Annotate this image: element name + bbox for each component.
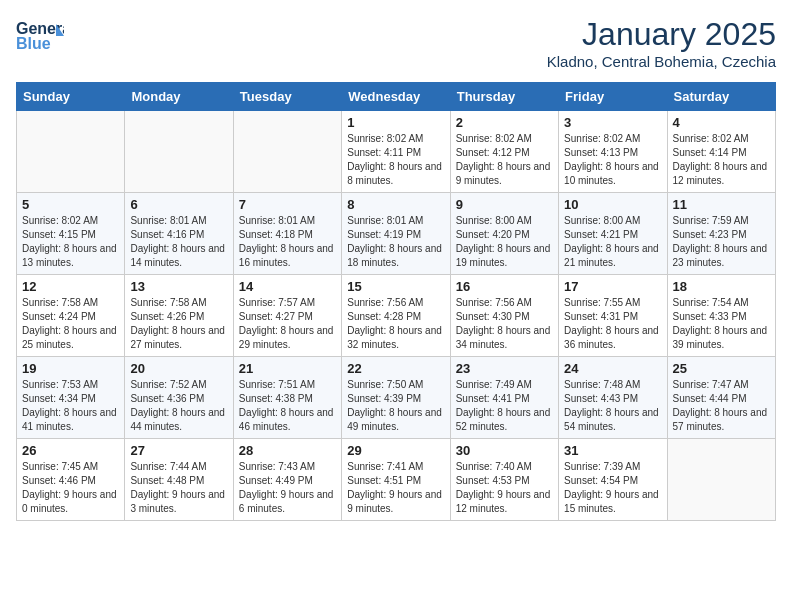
day-info: Sunrise: 8:02 AM Sunset: 4:12 PM Dayligh… (456, 132, 553, 188)
day-info: Sunrise: 8:02 AM Sunset: 4:13 PM Dayligh… (564, 132, 661, 188)
calendar-day: 1Sunrise: 8:02 AM Sunset: 4:11 PM Daylig… (342, 111, 450, 193)
day-info: Sunrise: 7:47 AM Sunset: 4:44 PM Dayligh… (673, 378, 770, 434)
day-number: 3 (564, 115, 661, 130)
svg-text:Blue: Blue (16, 35, 51, 52)
calendar-day: 30Sunrise: 7:40 AM Sunset: 4:53 PM Dayli… (450, 439, 558, 521)
day-info: Sunrise: 7:59 AM Sunset: 4:23 PM Dayligh… (673, 214, 770, 270)
logo: General Blue (16, 16, 64, 58)
calendar-week-3: 12Sunrise: 7:58 AM Sunset: 4:24 PM Dayli… (17, 275, 776, 357)
day-info: Sunrise: 7:56 AM Sunset: 4:30 PM Dayligh… (456, 296, 553, 352)
day-number: 15 (347, 279, 444, 294)
calendar-header-row: SundayMondayTuesdayWednesdayThursdayFrid… (17, 83, 776, 111)
calendar-day: 16Sunrise: 7:56 AM Sunset: 4:30 PM Dayli… (450, 275, 558, 357)
calendar-day: 20Sunrise: 7:52 AM Sunset: 4:36 PM Dayli… (125, 357, 233, 439)
day-number: 14 (239, 279, 336, 294)
day-number: 22 (347, 361, 444, 376)
day-info: Sunrise: 7:58 AM Sunset: 4:26 PM Dayligh… (130, 296, 227, 352)
day-info: Sunrise: 8:02 AM Sunset: 4:15 PM Dayligh… (22, 214, 119, 270)
day-number: 30 (456, 443, 553, 458)
calendar-day: 17Sunrise: 7:55 AM Sunset: 4:31 PM Dayli… (559, 275, 667, 357)
day-info: Sunrise: 7:55 AM Sunset: 4:31 PM Dayligh… (564, 296, 661, 352)
calendar-day: 13Sunrise: 7:58 AM Sunset: 4:26 PM Dayli… (125, 275, 233, 357)
calendar-day: 24Sunrise: 7:48 AM Sunset: 4:43 PM Dayli… (559, 357, 667, 439)
day-number: 13 (130, 279, 227, 294)
calendar-day: 31Sunrise: 7:39 AM Sunset: 4:54 PM Dayli… (559, 439, 667, 521)
calendar-day: 2Sunrise: 8:02 AM Sunset: 4:12 PM Daylig… (450, 111, 558, 193)
day-number: 5 (22, 197, 119, 212)
day-info: Sunrise: 7:43 AM Sunset: 4:49 PM Dayligh… (239, 460, 336, 516)
day-number: 18 (673, 279, 770, 294)
calendar-day: 11Sunrise: 7:59 AM Sunset: 4:23 PM Dayli… (667, 193, 775, 275)
calendar-day: 28Sunrise: 7:43 AM Sunset: 4:49 PM Dayli… (233, 439, 341, 521)
day-number: 23 (456, 361, 553, 376)
day-header-monday: Monday (125, 83, 233, 111)
calendar-day: 22Sunrise: 7:50 AM Sunset: 4:39 PM Dayli… (342, 357, 450, 439)
calendar-day: 9Sunrise: 8:00 AM Sunset: 4:20 PM Daylig… (450, 193, 558, 275)
calendar-week-2: 5Sunrise: 8:02 AM Sunset: 4:15 PM Daylig… (17, 193, 776, 275)
day-number: 26 (22, 443, 119, 458)
calendar-day: 15Sunrise: 7:56 AM Sunset: 4:28 PM Dayli… (342, 275, 450, 357)
day-info: Sunrise: 8:00 AM Sunset: 4:21 PM Dayligh… (564, 214, 661, 270)
calendar-day: 14Sunrise: 7:57 AM Sunset: 4:27 PM Dayli… (233, 275, 341, 357)
title-block: January 2025 Kladno, Central Bohemia, Cz… (547, 16, 776, 70)
calendar-day: 29Sunrise: 7:41 AM Sunset: 4:51 PM Dayli… (342, 439, 450, 521)
calendar-day: 4Sunrise: 8:02 AM Sunset: 4:14 PM Daylig… (667, 111, 775, 193)
calendar-week-4: 19Sunrise: 7:53 AM Sunset: 4:34 PM Dayli… (17, 357, 776, 439)
calendar-day: 18Sunrise: 7:54 AM Sunset: 4:33 PM Dayli… (667, 275, 775, 357)
day-info: Sunrise: 7:41 AM Sunset: 4:51 PM Dayligh… (347, 460, 444, 516)
page-header: General Blue January 2025 Kladno, Centra… (16, 16, 776, 70)
calendar-day: 19Sunrise: 7:53 AM Sunset: 4:34 PM Dayli… (17, 357, 125, 439)
day-number: 29 (347, 443, 444, 458)
day-number: 28 (239, 443, 336, 458)
calendar-day: 5Sunrise: 8:02 AM Sunset: 4:15 PM Daylig… (17, 193, 125, 275)
day-number: 2 (456, 115, 553, 130)
day-number: 7 (239, 197, 336, 212)
calendar-day: 25Sunrise: 7:47 AM Sunset: 4:44 PM Dayli… (667, 357, 775, 439)
day-header-friday: Friday (559, 83, 667, 111)
calendar-week-5: 26Sunrise: 7:45 AM Sunset: 4:46 PM Dayli… (17, 439, 776, 521)
day-number: 24 (564, 361, 661, 376)
calendar-week-1: 1Sunrise: 8:02 AM Sunset: 4:11 PM Daylig… (17, 111, 776, 193)
day-number: 20 (130, 361, 227, 376)
day-number: 11 (673, 197, 770, 212)
day-info: Sunrise: 7:56 AM Sunset: 4:28 PM Dayligh… (347, 296, 444, 352)
day-info: Sunrise: 7:54 AM Sunset: 4:33 PM Dayligh… (673, 296, 770, 352)
calendar-day: 23Sunrise: 7:49 AM Sunset: 4:41 PM Dayli… (450, 357, 558, 439)
calendar-day: 10Sunrise: 8:00 AM Sunset: 4:21 PM Dayli… (559, 193, 667, 275)
day-info: Sunrise: 8:01 AM Sunset: 4:18 PM Dayligh… (239, 214, 336, 270)
day-header-wednesday: Wednesday (342, 83, 450, 111)
calendar-day (667, 439, 775, 521)
day-number: 21 (239, 361, 336, 376)
day-number: 27 (130, 443, 227, 458)
day-header-saturday: Saturday (667, 83, 775, 111)
calendar-table: SundayMondayTuesdayWednesdayThursdayFrid… (16, 82, 776, 521)
day-header-tuesday: Tuesday (233, 83, 341, 111)
calendar-body: 1Sunrise: 8:02 AM Sunset: 4:11 PM Daylig… (17, 111, 776, 521)
day-number: 1 (347, 115, 444, 130)
month-title: January 2025 (547, 16, 776, 53)
calendar-day: 8Sunrise: 8:01 AM Sunset: 4:19 PM Daylig… (342, 193, 450, 275)
day-info: Sunrise: 7:57 AM Sunset: 4:27 PM Dayligh… (239, 296, 336, 352)
day-number: 9 (456, 197, 553, 212)
day-info: Sunrise: 7:53 AM Sunset: 4:34 PM Dayligh… (22, 378, 119, 434)
day-info: Sunrise: 7:40 AM Sunset: 4:53 PM Dayligh… (456, 460, 553, 516)
day-info: Sunrise: 8:01 AM Sunset: 4:19 PM Dayligh… (347, 214, 444, 270)
day-info: Sunrise: 7:45 AM Sunset: 4:46 PM Dayligh… (22, 460, 119, 516)
day-number: 19 (22, 361, 119, 376)
day-number: 12 (22, 279, 119, 294)
day-info: Sunrise: 7:39 AM Sunset: 4:54 PM Dayligh… (564, 460, 661, 516)
calendar-day: 27Sunrise: 7:44 AM Sunset: 4:48 PM Dayli… (125, 439, 233, 521)
day-number: 6 (130, 197, 227, 212)
day-info: Sunrise: 8:01 AM Sunset: 4:16 PM Dayligh… (130, 214, 227, 270)
day-number: 8 (347, 197, 444, 212)
day-info: Sunrise: 7:48 AM Sunset: 4:43 PM Dayligh… (564, 378, 661, 434)
calendar-day: 3Sunrise: 8:02 AM Sunset: 4:13 PM Daylig… (559, 111, 667, 193)
calendar-day (17, 111, 125, 193)
calendar-day: 12Sunrise: 7:58 AM Sunset: 4:24 PM Dayli… (17, 275, 125, 357)
logo-icon: General Blue (16, 16, 64, 58)
day-number: 16 (456, 279, 553, 294)
day-info: Sunrise: 8:02 AM Sunset: 4:11 PM Dayligh… (347, 132, 444, 188)
day-info: Sunrise: 8:00 AM Sunset: 4:20 PM Dayligh… (456, 214, 553, 270)
calendar-day: 7Sunrise: 8:01 AM Sunset: 4:18 PM Daylig… (233, 193, 341, 275)
location-title: Kladno, Central Bohemia, Czechia (547, 53, 776, 70)
